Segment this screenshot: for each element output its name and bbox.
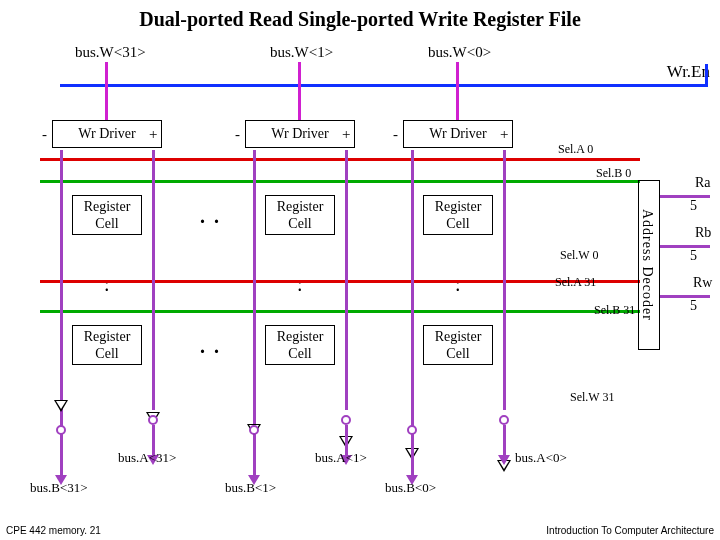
busa-0-label: bus.A<0> xyxy=(515,450,567,466)
wr-driver-0: Wr Driver xyxy=(403,120,513,148)
ra-width: 5 xyxy=(690,198,697,214)
selw0-label: Sel.W 0 xyxy=(560,248,598,263)
busa-1-v xyxy=(345,150,348,410)
ring-b0 xyxy=(407,425,417,435)
ring-a1 xyxy=(341,415,351,425)
busw-0-wire xyxy=(456,62,459,120)
driver-0-minus: - xyxy=(393,126,398,143)
selb0-wire xyxy=(40,180,640,183)
busa-31-v xyxy=(152,150,155,410)
page-title: Dual-ported Read Single-ported Write Reg… xyxy=(0,8,720,31)
driver-31-plus: + xyxy=(149,126,157,143)
ra-label: Ra xyxy=(695,175,711,191)
busb-0-out xyxy=(411,435,414,475)
selw31-label: Sel.W 31 xyxy=(570,390,614,405)
driver-0-plus: + xyxy=(500,126,508,143)
busb-1-out xyxy=(253,435,256,475)
footer-right: Introduction To Computer Architecture xyxy=(546,525,714,536)
busb-0-label: bus.B<0> xyxy=(385,480,436,496)
busw-31-wire xyxy=(105,62,108,120)
wr-driver-31: Wr Driver xyxy=(52,120,162,148)
sela0-wire xyxy=(40,158,640,161)
rw-label: Rw xyxy=(693,275,712,291)
ring-b31 xyxy=(56,425,66,435)
busb-31-v xyxy=(60,150,63,440)
selb31-wire xyxy=(40,310,640,313)
rb-label: Rb xyxy=(695,225,711,241)
dots-h-r0: . . xyxy=(200,205,221,228)
sela31-label: Sel.A 31 xyxy=(555,275,596,290)
arrow-a0 xyxy=(498,455,510,465)
busb-31-out xyxy=(60,435,63,475)
footer-left: CPE 442 memory. 21 xyxy=(6,525,101,536)
reg-cell-r31-c1: Register Cell xyxy=(265,325,335,365)
driver-1-minus: - xyxy=(235,126,240,143)
sela0-label: Sel.A 0 xyxy=(558,142,593,157)
busa-0-v xyxy=(503,150,506,410)
sela31-wire xyxy=(40,280,640,283)
busb-1-label: bus.B<1> xyxy=(225,480,276,496)
dots-h-r31: . . xyxy=(200,335,221,358)
rb-wire xyxy=(660,245,710,248)
wren-wire xyxy=(60,84,708,87)
busa-31-label: bus.A<31> xyxy=(118,450,176,466)
reg-cell-r0-c31: Register Cell xyxy=(72,195,142,235)
busw-31-label: bus.W<31> xyxy=(75,44,146,61)
reg-cell-r0-c0: Register Cell xyxy=(423,195,493,235)
selb31-label: Sel.B 31 xyxy=(594,303,635,318)
wren-wire-v xyxy=(705,64,708,87)
busw-1-wire xyxy=(298,62,301,120)
busw-1-label: bus.W<1> xyxy=(270,44,333,61)
busa-1-label: bus.A<1> xyxy=(315,450,367,466)
selb0-label: Sel.B 0 xyxy=(596,166,631,181)
reg-cell-r31-c0: Register Cell xyxy=(423,325,493,365)
busb-0-v xyxy=(411,150,414,440)
reg-cell-r31-c31: Register Cell xyxy=(72,325,142,365)
rw-wire xyxy=(660,295,710,298)
busw-0-label: bus.W<0> xyxy=(428,44,491,61)
driver-31-minus: - xyxy=(42,126,47,143)
driver-1-plus: + xyxy=(342,126,350,143)
ring-a0 xyxy=(499,415,509,425)
reg-cell-r0-c1: Register Cell xyxy=(265,195,335,235)
ring-b1 xyxy=(249,425,259,435)
wr-driver-1: Wr Driver xyxy=(245,120,355,148)
wren-label: Wr.En xyxy=(667,62,710,82)
busa-0-out xyxy=(503,425,506,455)
address-decoder-label: Address Decoder xyxy=(639,181,655,349)
rb-width: 5 xyxy=(690,248,697,264)
busb-31-label: bus.B<31> xyxy=(30,480,88,496)
ring-a31 xyxy=(148,415,158,425)
busb-1-v xyxy=(253,150,256,440)
rw-width: 5 xyxy=(690,298,697,314)
address-decoder-box: Address Decoder xyxy=(638,180,660,350)
ra-wire xyxy=(660,195,710,198)
tri-b31 xyxy=(54,400,68,412)
